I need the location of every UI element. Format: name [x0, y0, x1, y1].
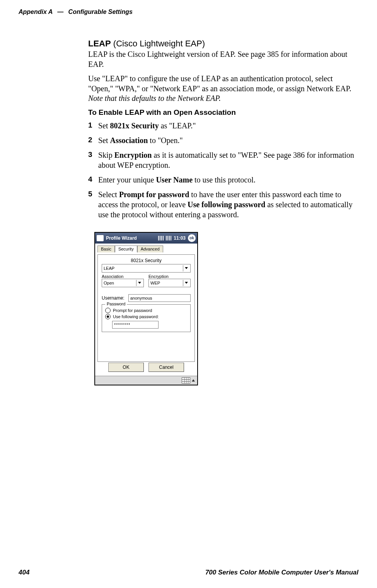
dialog-buttons: OK Cancel: [95, 363, 197, 372]
radio-prompt[interactable]: [105, 308, 111, 313]
association-combo[interactable]: Open: [102, 279, 144, 287]
encryption-combo[interactable]: WEP: [148, 279, 191, 287]
volume-icon[interactable]: [166, 236, 171, 240]
step-bold: 8021x Security: [110, 121, 159, 130]
password-legend: Password: [105, 302, 127, 306]
step-text: Select: [98, 190, 119, 199]
heading-light: (Cisco Lightweight EAP): [111, 39, 205, 48]
start-flag-icon[interactable]: [97, 235, 104, 241]
window-titlebar: Profile Wizard 11:03 ok: [95, 233, 197, 244]
step-number: 2: [88, 135, 92, 145]
encryption-value: WEP: [150, 281, 160, 285]
step-number: 1: [88, 121, 92, 130]
device-screenshot: Profile Wizard 11:03 ok Basic Security A…: [94, 232, 198, 385]
header-dash: —: [57, 9, 63, 15]
connectivity-icon[interactable]: [158, 236, 164, 240]
chevron-down-icon[interactable]: [183, 265, 189, 271]
step-text: Set: [98, 121, 110, 130]
step-text: to use this protocol.: [193, 176, 256, 184]
paragraph-2-text: Use "LEAP" to configure the use of LEAP …: [88, 74, 351, 93]
step-bold: Encryption: [114, 151, 152, 159]
security-value: LEAP: [104, 266, 114, 271]
radio-use-password[interactable]: [105, 314, 111, 319]
window-title: Profile Wizard: [106, 235, 156, 241]
appendix-label: Appendix A: [19, 9, 53, 15]
chevron-down-icon[interactable]: [136, 280, 143, 286]
step-number: 4: [88, 175, 92, 184]
step-bold: Prompt for password: [119, 190, 189, 199]
username-label: Username:: [102, 295, 125, 301]
tab-strip: Basic Security Advanced: [97, 245, 195, 252]
dialog-client: Basic Security Advanced 8021x Security L…: [95, 244, 197, 376]
tab-basic[interactable]: Basic: [97, 245, 115, 252]
radio-use-password-label: Use following password:: [113, 314, 159, 319]
username-input[interactable]: anonymous: [128, 294, 191, 302]
page-number: 404: [19, 569, 29, 576]
steps-list: 1 Set 8021x Security as "LEAP." 2 Set As…: [88, 121, 358, 220]
password-input[interactable]: ********: [112, 321, 159, 329]
heading-bold: LEAP: [88, 39, 111, 48]
step-bold: User Name: [156, 176, 193, 184]
encryption-label: Encryption: [148, 274, 191, 279]
keyboard-icon[interactable]: [182, 377, 190, 383]
paragraph-1: LEAP is the Cisco Lightweight version of…: [88, 49, 358, 69]
page-footer: 404 700 Series Color Mobile Computer Use…: [19, 569, 358, 576]
clock[interactable]: 11:03: [174, 235, 186, 241]
password-value: ********: [114, 322, 130, 327]
ok-close-button[interactable]: ok: [188, 234, 196, 242]
step-1: 1 Set 8021x Security as "LEAP.": [88, 121, 358, 131]
chevron-down-icon[interactable]: [183, 280, 189, 286]
step-text: Enter your unique: [98, 176, 156, 184]
ok-button[interactable]: OK: [108, 363, 144, 372]
sip-bar: [95, 376, 197, 385]
step-number: 5: [88, 189, 92, 199]
step-text: Skip: [98, 151, 114, 159]
running-header: Appendix A — Configurable Settings: [19, 9, 358, 15]
tab-advanced[interactable]: Advanced: [137, 245, 163, 252]
security-label: 8021x Security: [102, 258, 191, 263]
step-text: as "LEAP.": [159, 121, 196, 130]
step-5: 5 Select Prompt for password to have the…: [88, 189, 358, 220]
username-value: anonymous: [130, 296, 152, 300]
step-4: 4 Enter your unique User Name to use thi…: [88, 175, 358, 185]
security-panel: 8021x Security LEAP Association Open: [97, 254, 195, 362]
step-2: 2 Set Association to "Open.": [88, 135, 358, 145]
association-label: Association: [102, 274, 144, 279]
paragraph-2: Use "LEAP" to configure the use of LEAP …: [88, 74, 358, 104]
radio-prompt-row[interactable]: Prompt for password: [105, 308, 187, 313]
section-heading: LEAP (Cisco Lightweight EAP): [88, 39, 358, 49]
association-value: Open: [104, 281, 114, 285]
section-title: Configurable Settings: [68, 9, 133, 15]
radio-usepw-row[interactable]: Use following password:: [105, 314, 187, 319]
step-bold: Association: [110, 136, 148, 145]
sip-up-arrow-icon[interactable]: [192, 379, 195, 382]
cancel-button[interactable]: Cancel: [148, 363, 184, 372]
step-number: 3: [88, 150, 92, 160]
manual-title: 700 Series Color Mobile Computer User's …: [205, 569, 358, 576]
password-group: Password Prompt for password Use followi…: [102, 304, 191, 332]
step-text: to "Open.": [148, 136, 183, 145]
tab-security[interactable]: Security: [115, 245, 137, 252]
step-bold: Use following password: [188, 200, 265, 209]
radio-prompt-label: Prompt for password: [113, 308, 152, 313]
subheading: To Enable LEAP with an Open Association: [88, 108, 358, 117]
paragraph-2-note: Note that this defaults to the Network E…: [88, 94, 221, 102]
step-3: 3 Skip Encryption as it is automatically…: [88, 150, 358, 170]
security-combo[interactable]: LEAP: [102, 264, 191, 273]
step-text: Set: [98, 136, 110, 145]
